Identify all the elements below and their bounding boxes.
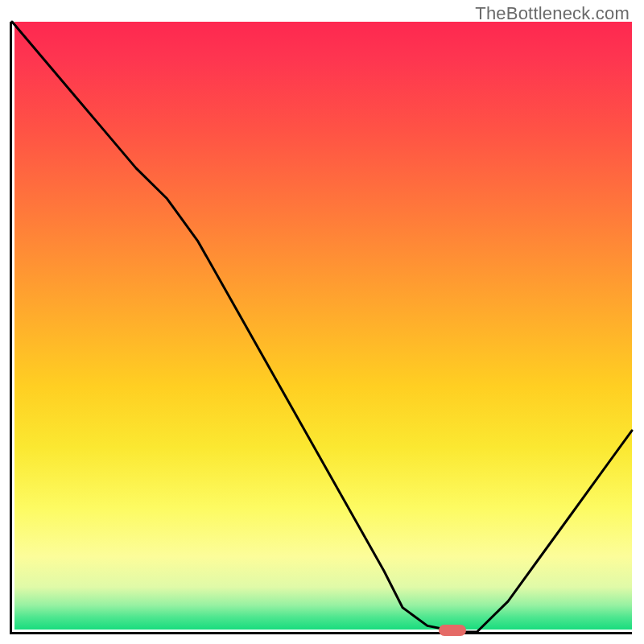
optimal-marker bbox=[439, 625, 466, 636]
bottleneck-curve-path bbox=[12, 22, 632, 632]
chart-area bbox=[10, 22, 632, 634]
chart-svg bbox=[12, 22, 632, 632]
